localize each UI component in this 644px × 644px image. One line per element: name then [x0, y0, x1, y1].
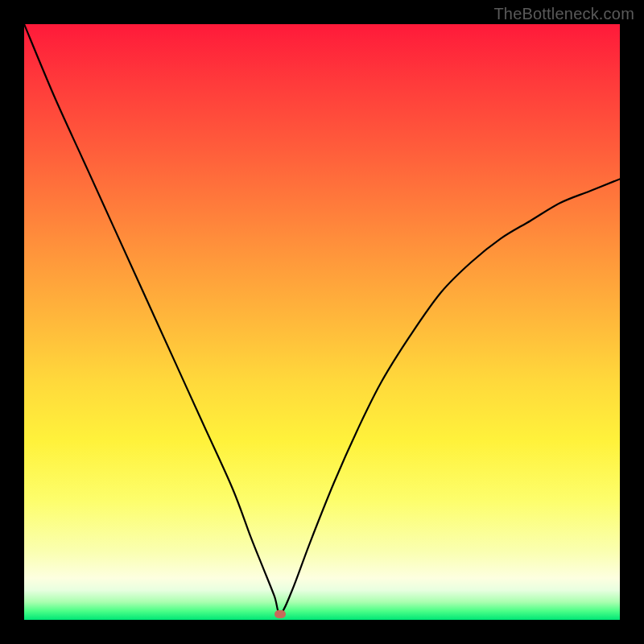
plot-area [24, 24, 620, 620]
optimum-marker [275, 610, 286, 618]
attribution-text: TheBottleneck.com [493, 5, 634, 23]
bottleneck-curve [24, 24, 620, 620]
chart-frame: TheBottleneck.com [0, 0, 644, 644]
curve-path [24, 24, 620, 614]
